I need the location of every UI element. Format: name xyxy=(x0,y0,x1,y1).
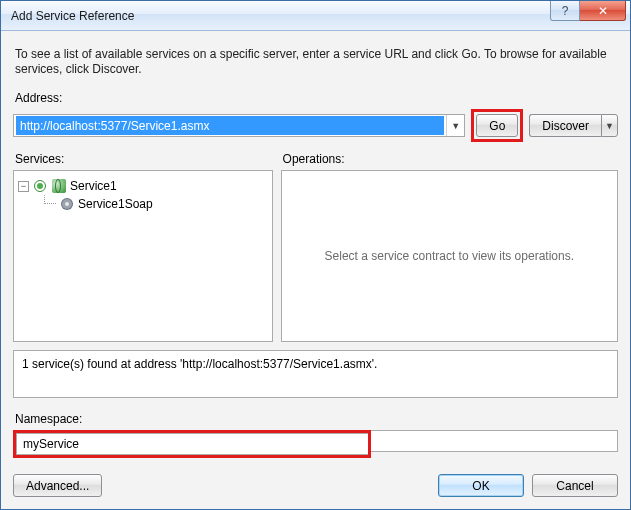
instruction-text: To see a list of available services on a… xyxy=(15,47,616,77)
address-row: ▼ Go Discover ▼ xyxy=(13,109,618,142)
advanced-button[interactable]: Advanced... xyxy=(13,474,102,497)
namespace-input[interactable] xyxy=(16,433,368,455)
contract-icon xyxy=(59,196,75,212)
address-label: Address: xyxy=(15,91,618,105)
window-title: Add Service Reference xyxy=(11,9,550,23)
address-dropdown-button[interactable]: ▼ xyxy=(446,115,464,136)
dialog-footer: Advanced... OK Cancel xyxy=(13,474,618,497)
chevron-down-icon: ▼ xyxy=(605,121,614,131)
status-panel: 1 service(s) found at address 'http://lo… xyxy=(13,350,618,398)
cancel-button[interactable]: Cancel xyxy=(532,474,618,497)
go-button[interactable]: Go xyxy=(476,114,518,137)
titlebar[interactable]: Add Service Reference ? ✕ xyxy=(1,1,630,31)
highlight-namespace xyxy=(13,430,371,458)
close-icon: ✕ xyxy=(598,4,608,18)
highlight-go: Go xyxy=(471,109,523,142)
services-label: Services: xyxy=(15,152,273,166)
tree-node-child[interactable]: Service1Soap xyxy=(18,195,268,213)
question-icon: ? xyxy=(562,4,569,18)
middle-panels: Services: − Service1 xyxy=(13,152,618,342)
discover-split-button: Discover ▼ xyxy=(529,114,618,137)
operations-label: Operations: xyxy=(283,152,618,166)
services-column: Services: − Service1 xyxy=(13,152,273,342)
close-button[interactable]: ✕ xyxy=(580,1,626,21)
namespace-label: Namespace: xyxy=(15,412,618,426)
namespace-input-extension[interactable] xyxy=(371,430,618,452)
address-combobox[interactable]: ▼ xyxy=(13,114,465,137)
dialog-add-service-reference: Add Service Reference ? ✕ To see a list … xyxy=(0,0,631,510)
namespace-input-wrap xyxy=(13,430,618,458)
web-service-icon xyxy=(51,178,67,194)
services-tree-panel[interactable]: − Service1 xyxy=(13,170,273,342)
namespace-input-rest xyxy=(371,430,618,458)
discover-dropdown-button[interactable]: ▼ xyxy=(601,114,618,137)
operations-placeholder: Select a service contract to view its op… xyxy=(325,249,574,263)
ok-button[interactable]: OK xyxy=(438,474,524,497)
chevron-down-icon: ▼ xyxy=(451,121,460,131)
service-selected-icon xyxy=(32,178,48,194)
operations-column: Operations: Select a service contract to… xyxy=(281,152,618,342)
namespace-block: Namespace: xyxy=(13,412,618,458)
status-text: 1 service(s) found at address 'http://lo… xyxy=(22,357,377,371)
tree-node-label: Service1Soap xyxy=(78,197,153,211)
tree-node-root[interactable]: − Service1 xyxy=(18,177,268,195)
address-input[interactable] xyxy=(16,116,444,135)
tree-node-label: Service1 xyxy=(70,179,117,193)
discover-button[interactable]: Discover xyxy=(529,114,601,137)
dialog-content: To see a list of available services on a… xyxy=(1,31,630,509)
services-tree: − Service1 xyxy=(14,171,272,219)
tree-connector xyxy=(44,195,56,204)
expand-toggle[interactable]: − xyxy=(18,181,29,192)
help-button[interactable]: ? xyxy=(550,1,580,21)
operations-panel[interactable]: Select a service contract to view its op… xyxy=(281,170,618,342)
window-controls: ? ✕ xyxy=(550,1,626,23)
